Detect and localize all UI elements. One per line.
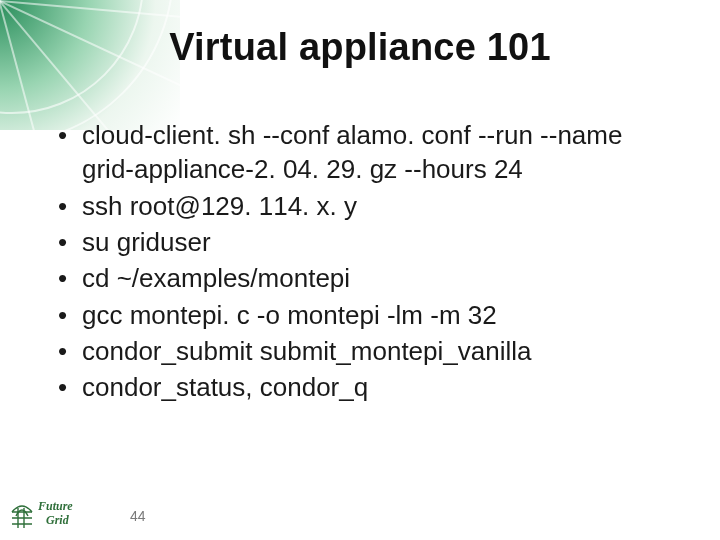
bullet-list: cloud-client. sh --conf alamo. conf --ru…: [54, 118, 680, 407]
list-item: cloud-client. sh --conf alamo. conf --ru…: [54, 118, 680, 187]
page-number: 44: [130, 508, 146, 524]
list-item: ssh root@129. 114. x. y: [54, 189, 680, 223]
future-grid-logo: Future Grid: [8, 490, 92, 530]
slide-title: Virtual appliance 101: [0, 26, 720, 69]
list-item: condor_submit submit_montepi_vanilla: [54, 334, 680, 368]
list-item: cd ~/examples/montepi: [54, 261, 680, 295]
svg-text:Grid: Grid: [46, 513, 70, 527]
list-item: gcc montepi. c -o montepi -lm -m 32: [54, 298, 680, 332]
list-item: condor_status, condor_q: [54, 370, 680, 404]
list-item: su griduser: [54, 225, 680, 259]
svg-text:Future: Future: [37, 499, 73, 513]
